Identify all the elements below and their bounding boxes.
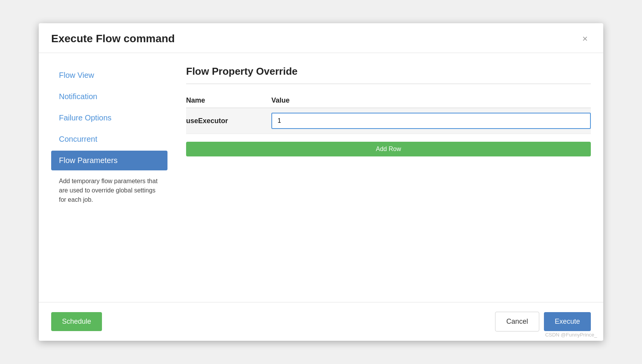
cancel-button[interactable]: Cancel [495,312,539,331]
sidebar-item-flow-parameters[interactable]: Flow Parameters [51,151,167,170]
dialog-title: Execute Flow command [51,33,175,45]
execute-button[interactable]: Execute [544,312,591,331]
table-header: Name Value [186,96,591,108]
divider [186,84,591,84]
schedule-button[interactable]: Schedule [51,312,102,331]
col-name-header: Name [186,96,271,105]
sidebar-item-flow-view[interactable]: Flow View [51,65,167,85]
col-value-header: Value [271,96,591,105]
sidebar: Flow View Notification Failure Options C… [51,65,167,290]
add-row-button[interactable]: Add Row [186,142,591,156]
footer-right-buttons: Cancel Execute [495,312,591,331]
sidebar-description: Add temporary flow parameters that are u… [51,172,167,209]
watermark: CSDN @FunnyPrince_ [545,332,597,338]
close-button[interactable]: × [579,33,591,45]
execute-flow-dialog: Execute Flow command × Flow View Notific… [39,23,603,341]
sidebar-item-concurrent[interactable]: Concurrent [51,129,167,149]
main-title: Flow Property Override [186,65,591,77]
dialog-body: Flow View Notification Failure Options C… [39,53,603,290]
row-name-use-executor: useExecutor [186,115,271,127]
dialog-header: Execute Flow command × [39,23,603,53]
sidebar-item-notification[interactable]: Notification [51,87,167,106]
table-row: useExecutor [186,108,591,134]
row-value-input-use-executor[interactable] [271,113,591,129]
sidebar-item-failure-options[interactable]: Failure Options [51,108,167,128]
dialog-footer: Schedule Cancel Execute [39,302,603,341]
main-content: Flow Property Override Name Value useExe… [167,65,591,290]
